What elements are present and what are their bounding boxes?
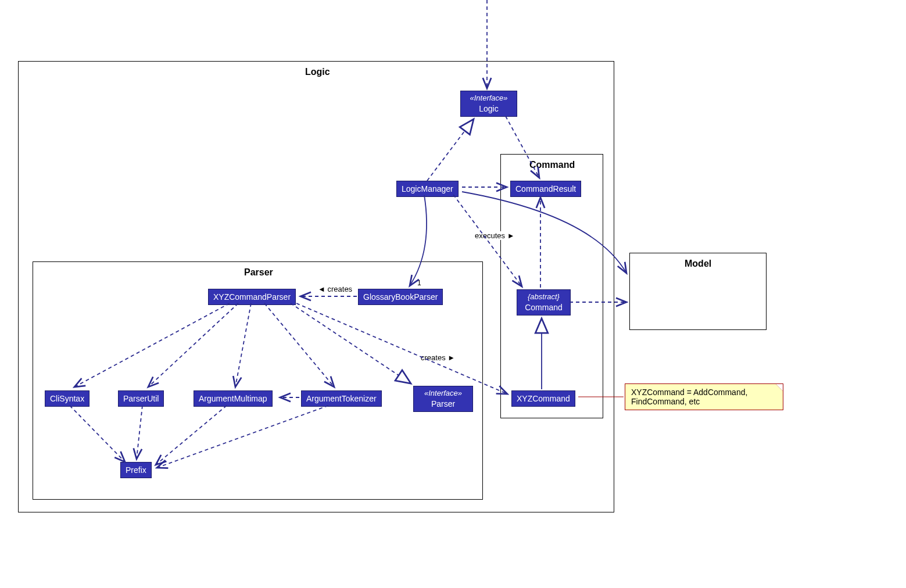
class-argument-multimap: ArgumentMultimap bbox=[194, 390, 273, 407]
stereotype-interface: «Interface» bbox=[465, 94, 512, 103]
class-logic-manager: LogicManager bbox=[396, 181, 459, 197]
package-model-label: Model bbox=[685, 259, 711, 269]
class-abstract-command: {abstract} Command bbox=[517, 289, 571, 315]
package-logic-label: Logic bbox=[305, 67, 330, 77]
class-name: XYZCommand bbox=[517, 394, 570, 403]
note-xyz-command: XYZCommand = AddCommand, FindCommand, et… bbox=[625, 383, 783, 410]
note-text: XYZCommand = AddCommand, FindCommand, et… bbox=[631, 388, 747, 406]
class-name: ParserUtil bbox=[123, 394, 159, 403]
class-parser-interface: «Interface» Parser bbox=[413, 386, 473, 412]
label-creates-2: creates ► bbox=[420, 353, 456, 362]
class-name: GlossaryBookParser bbox=[363, 292, 438, 302]
class-name: XYZCommandParser bbox=[213, 292, 291, 302]
class-parser-util: ParserUtil bbox=[118, 390, 164, 407]
stereotype-interface: «Interface» bbox=[418, 389, 468, 399]
class-cli-syntax: CliSyntax bbox=[45, 390, 89, 407]
class-xyz-command: XYZCommand bbox=[511, 390, 575, 407]
class-name: ArgumentMultimap bbox=[199, 394, 267, 403]
package-command-label: Command bbox=[529, 160, 575, 170]
class-command-result: CommandResult bbox=[510, 181, 581, 197]
class-xyz-command-parser: XYZCommandParser bbox=[208, 289, 296, 305]
class-name: LogicManager bbox=[402, 184, 453, 193]
class-glossary-book-parser: GlossaryBookParser bbox=[358, 289, 443, 305]
stereotype-abstract: {abstract} bbox=[522, 292, 565, 302]
label-creates-1: ◄ creates bbox=[317, 285, 353, 293]
class-name: CliSyntax bbox=[50, 394, 84, 403]
package-parser-label: Parser bbox=[244, 267, 273, 278]
class-name: Logic bbox=[479, 104, 498, 113]
class-name: ArgumentTokenizer bbox=[306, 394, 377, 403]
class-prefix: Prefix bbox=[120, 462, 152, 478]
class-name: CommandResult bbox=[515, 184, 576, 193]
class-argument-tokenizer: ArgumentTokenizer bbox=[301, 390, 382, 407]
class-name: Parser bbox=[431, 399, 455, 408]
label-executes: executes ► bbox=[474, 231, 516, 240]
class-name: Prefix bbox=[126, 465, 146, 475]
class-name: Command bbox=[525, 303, 563, 312]
class-logic-interface: «Interface» Logic bbox=[460, 91, 517, 117]
multiplicity-1: 1 bbox=[417, 279, 421, 287]
note-fold-icon bbox=[775, 383, 783, 392]
